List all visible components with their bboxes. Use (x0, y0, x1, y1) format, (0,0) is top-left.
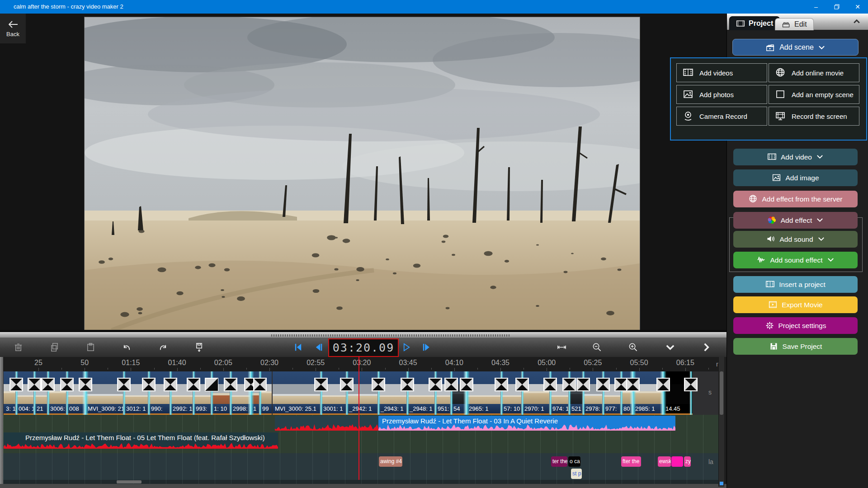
video-clip[interactable]: MVI_3000: 25.1 (273, 371, 320, 415)
transition-icon[interactable] (314, 378, 328, 391)
transition-icon[interactable] (596, 378, 610, 391)
project-settings-button[interactable]: Project settings (733, 317, 858, 334)
vertical-scrollbar-thumb[interactable] (720, 371, 723, 415)
chevron-down-icon (816, 153, 824, 161)
next-frame-button[interactable] (418, 339, 434, 355)
add-scene-button[interactable]: Add scene (732, 39, 859, 56)
add-image-button[interactable]: Add image (733, 169, 858, 186)
audio-clip[interactable]: Przemysław Rudź - Let Them Float - 05 Le… (4, 432, 278, 449)
dropdown-item-add-photos[interactable]: Add photos (676, 85, 767, 104)
label-clip[interactable]: st p (571, 469, 582, 479)
horizontal-scrollbar[interactable] (3, 480, 718, 484)
copy-button[interactable] (46, 339, 62, 355)
transition-icon[interactable] (515, 378, 529, 391)
add-video-button[interactable]: Add video (733, 149, 858, 165)
label-clip[interactable]: o ca (568, 456, 580, 467)
transition-icon[interactable] (626, 378, 640, 391)
play-button[interactable] (398, 339, 414, 355)
paste-button[interactable] (82, 339, 99, 355)
transition-icon[interactable] (142, 378, 156, 391)
clip-label: 2985: 1 (633, 404, 662, 413)
transition-icon[interactable] (340, 378, 354, 391)
save-project-button[interactable]: Save Project (733, 338, 858, 355)
transition-icon[interactable] (205, 378, 218, 391)
transition-icon[interactable] (372, 378, 385, 391)
label-track: awing #4ter theo cafter theewskzyst p (3, 453, 718, 480)
transition-icon[interactable] (60, 378, 74, 391)
tab-edit[interactable]: Edit (775, 18, 814, 30)
label-clip[interactable]: awing #4 (379, 456, 402, 467)
label-clip[interactable] (671, 456, 683, 467)
delete-button[interactable] (10, 339, 26, 355)
transition-icon[interactable] (164, 378, 177, 391)
transition-icon[interactable] (224, 378, 237, 391)
playhead[interactable] (359, 356, 359, 480)
insert-a-project-label: Insert a project (779, 281, 826, 289)
fit-width-button[interactable] (553, 339, 570, 355)
dropdown-item-camera-record[interactable]: Camera Record (676, 107, 767, 126)
label-clip[interactable]: ewsk (658, 456, 671, 467)
transition-icon[interactable] (495, 378, 508, 391)
ruler-tick (524, 368, 524, 370)
restore-button[interactable] (826, 0, 847, 14)
clip-label: _2943: 1 (378, 404, 406, 413)
transition-icon[interactable] (562, 378, 576, 391)
transition-icon[interactable] (444, 378, 458, 391)
label-clip[interactable]: ter the (551, 456, 567, 467)
clip-label: 2978: (583, 404, 602, 413)
label-clip[interactable]: zy (684, 456, 691, 467)
add-effect-button[interactable]: Add effect (733, 212, 858, 229)
ruler-label: 03:45 (399, 359, 417, 367)
redo-button[interactable] (155, 339, 171, 355)
app-window: calm after the storm - crazy video maker… (0, 0, 868, 488)
tab-project[interactable]: Project (729, 16, 780, 30)
transition-icon[interactable] (429, 378, 442, 391)
add-sound-effect-button[interactable]: Add sound effect (733, 252, 858, 268)
transition-icon[interactable] (576, 378, 590, 391)
previous-frame-button[interactable] (311, 339, 327, 355)
export-movie-button[interactable]: Export Movie (733, 296, 858, 313)
zoom-out-button[interactable] (589, 339, 605, 355)
film-icon (683, 67, 693, 78)
audio-clip[interactable]: Przemysław Rudź - Let Them Float - 03 In… (378, 416, 675, 431)
ruler-label: 06:15 (676, 359, 694, 367)
add-effect-from-server-button[interactable]: Add effect from the server (733, 191, 858, 207)
undo-button[interactable] (118, 339, 135, 355)
transition-icon[interactable] (684, 378, 698, 391)
transition-icon[interactable] (79, 378, 92, 391)
transition-icon[interactable] (9, 378, 23, 391)
back-button[interactable]: Back (0, 14, 26, 43)
insert-a-project-button[interactable]: Insert a project (733, 276, 858, 293)
dropdown-item-add-videos[interactable]: Add videos (676, 63, 767, 82)
transition-icon[interactable] (187, 378, 200, 391)
transition-icon[interactable] (656, 378, 670, 391)
skip-to-start-button[interactable] (290, 339, 306, 355)
expand-right-button[interactable] (698, 339, 714, 355)
transition-icon[interactable] (28, 378, 41, 391)
transition-icon[interactable] (460, 378, 473, 391)
collapse-panel-chevron[interactable] (852, 17, 862, 26)
close-button[interactable]: ✕ (847, 0, 868, 14)
dropdown-item-add-online-movie[interactable]: Add online movie (769, 63, 859, 82)
vertical-scrollbar[interactable] (718, 357, 724, 487)
horizontal-scrollbar-thumb[interactable] (117, 480, 142, 483)
transition-icon[interactable] (253, 378, 267, 391)
transition-icon[interactable] (117, 378, 131, 391)
clip-label: 1: 10 (212, 404, 230, 413)
audio-clip[interactable] (275, 416, 378, 431)
transition-icon[interactable] (543, 378, 557, 391)
zoom-in-button[interactable] (625, 339, 641, 355)
clip-label: 3006: (48, 404, 66, 413)
save-frame-button[interactable] (191, 339, 207, 355)
add-video-label: Add video (781, 153, 812, 161)
dropdown-item-add-an-empty-scene[interactable]: Add an empty scene (769, 85, 859, 104)
minimize-button[interactable]: – (806, 0, 826, 14)
add-sound-button[interactable]: Add sound (733, 231, 858, 248)
dropdown-item-record-the-screen[interactable]: Record the screen (769, 107, 859, 126)
expand-down-button[interactable] (662, 339, 678, 355)
label-clip[interactable]: fter the (621, 456, 641, 467)
transition-icon[interactable] (41, 378, 55, 391)
add-sound-effect-label: Add sound effect (770, 256, 822, 264)
transition-icon[interactable] (401, 378, 414, 391)
timeline-ruler[interactable]: 255001:1501:4002:0502:3002:5503:2003:450… (3, 357, 718, 371)
